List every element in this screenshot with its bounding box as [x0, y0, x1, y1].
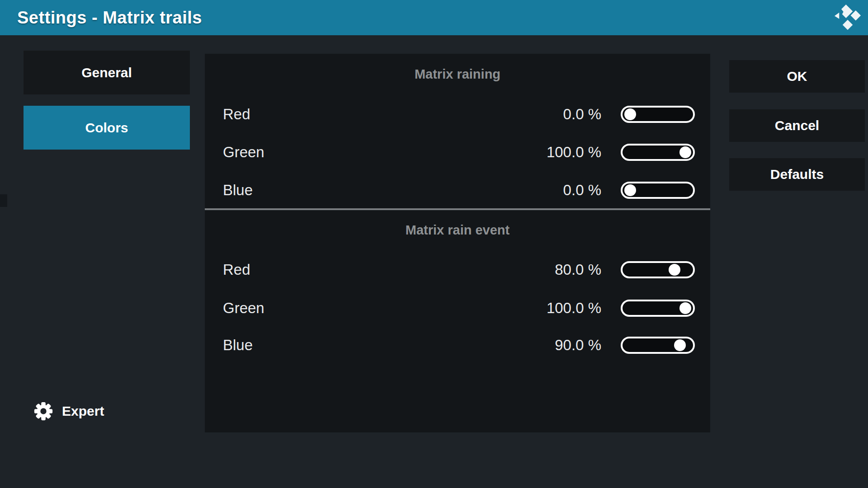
setting-value: 100.0 %: [547, 297, 601, 319]
defaults-button[interactable]: Defaults: [729, 158, 865, 191]
section-divider: [205, 208, 710, 210]
setting-row-raining-blue: Blue 0.0 %: [205, 179, 710, 201]
sidebar-item-label: Colors: [85, 120, 128, 136]
cancel-button[interactable]: Cancel: [729, 109, 865, 142]
setting-row-event-red: Red 80.0 %: [205, 259, 710, 281]
sidebar-item-label: General: [81, 65, 132, 80]
setting-value: 0.0 %: [563, 179, 601, 201]
settings-level-toggle[interactable]: Expert: [33, 400, 104, 422]
slider-knob[interactable]: [679, 302, 691, 314]
title-bar: Settings - Matrix trails: [0, 0, 868, 35]
event-blue-slider[interactable]: [621, 337, 695, 354]
setting-label: Blue: [223, 179, 253, 201]
setting-value: 80.0 %: [555, 259, 601, 281]
raining-blue-slider[interactable]: [621, 182, 695, 199]
sidebar-item-general[interactable]: General: [24, 51, 190, 94]
setting-row-raining-red: Red 0.0 %: [205, 103, 710, 125]
setting-label: Blue: [223, 334, 253, 356]
setting-row-event-blue: Blue 90.0 %: [205, 334, 710, 356]
sidebar-item-colors[interactable]: Colors: [24, 106, 190, 150]
button-label: Defaults: [770, 167, 824, 182]
setting-value: 100.0 %: [547, 141, 601, 163]
ok-button[interactable]: OK: [729, 60, 865, 93]
settings-panel: Matrix raining Red 0.0 % Green 100.0 % B…: [205, 54, 710, 432]
setting-row-raining-green: Green 100.0 %: [205, 141, 710, 163]
button-label: OK: [787, 69, 807, 84]
raining-red-slider[interactable]: [621, 106, 695, 123]
section-header-matrix-rain-event: Matrix rain event: [205, 222, 710, 238]
kodi-logo-icon: [834, 4, 861, 32]
setting-value: 0.0 %: [563, 103, 601, 125]
slider-knob[interactable]: [624, 108, 636, 120]
slider-knob[interactable]: [679, 146, 691, 158]
setting-row-event-green: Green 100.0 %: [205, 297, 710, 319]
left-edge-notch: [0, 194, 7, 207]
slider-knob[interactable]: [669, 264, 680, 276]
gear-icon: [33, 401, 54, 422]
setting-value: 90.0 %: [555, 334, 601, 356]
event-green-slider[interactable]: [621, 300, 695, 317]
setting-label: Green: [223, 297, 264, 319]
slider-knob[interactable]: [674, 339, 686, 351]
section-header-matrix-raining: Matrix raining: [205, 66, 710, 82]
settings-level-label: Expert: [62, 404, 104, 419]
setting-label: Green: [223, 141, 264, 163]
event-red-slider[interactable]: [621, 261, 695, 278]
setting-label: Red: [223, 103, 250, 125]
button-label: Cancel: [775, 118, 819, 133]
raining-green-slider[interactable]: [621, 144, 695, 161]
page-title: Settings - Matrix trails: [17, 0, 202, 35]
setting-label: Red: [223, 259, 250, 281]
slider-knob[interactable]: [624, 184, 636, 196]
